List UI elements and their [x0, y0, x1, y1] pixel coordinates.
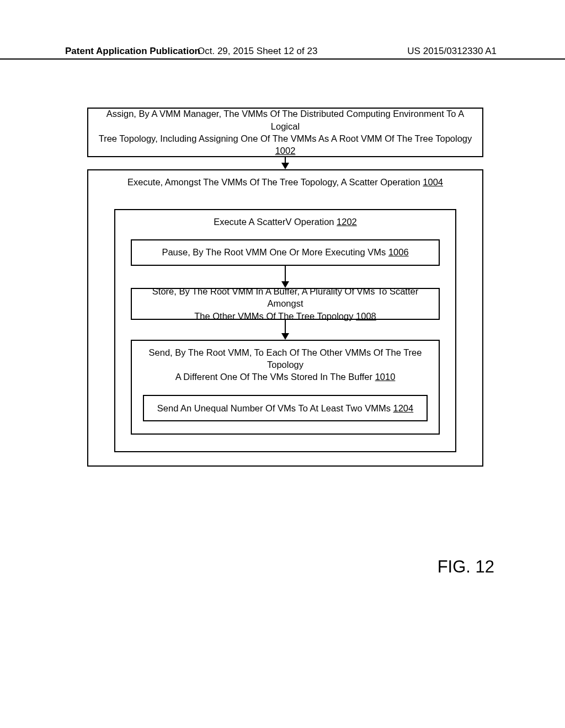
- figure-label: FIG. 12: [438, 557, 494, 577]
- header-date-sheet: Oct. 29, 2015 Sheet 12 of 23: [198, 46, 317, 57]
- flowchart-step-1204: Send An Unequal Number Of VMs To At Leas…: [143, 395, 428, 421]
- step-1202-ref: 1202: [337, 217, 357, 227]
- step-1002-line1: Assign, By A VMM Manager, The VMMs Of Th…: [106, 109, 464, 131]
- step-1202-text: Execute A ScatterV Operation: [214, 217, 337, 227]
- step-1004-text: Execute, Amongst The VMMs Of The Tree To…: [127, 177, 423, 187]
- page-header: Patent Application Publication Oct. 29, …: [0, 45, 565, 60]
- step-1010-line2: A Different One Of The VMs Stored In The…: [175, 372, 375, 382]
- step-1004-ref: 1004: [423, 177, 443, 187]
- step-1002-ref: 1002: [275, 146, 296, 156]
- step-1204-text: Send An Unequal Number Of VMs To At Leas…: [157, 403, 393, 413]
- arrow-icon: [281, 266, 289, 288]
- flowchart-step-1004: Execute, Amongst The VMMs Of The Tree To…: [87, 169, 483, 467]
- step-1006-text: Pause, By The Root VMM One Or More Execu…: [162, 247, 388, 257]
- arrow-icon: [281, 320, 289, 340]
- step-1204-ref: 1204: [393, 403, 413, 413]
- flowchart-diagram: Assign, By A VMM Manager, The VMMs Of Th…: [87, 108, 483, 467]
- flowchart-step-1010: Send, By The Root VMM, To Each Of The Ot…: [131, 340, 440, 435]
- header-publication-number: US 2015/0312330 A1: [407, 46, 497, 57]
- arrow-icon: [281, 157, 289, 169]
- flowchart-step-1006: Pause, By The Root VMM One Or More Execu…: [131, 239, 440, 266]
- step-1010-ref: 1010: [375, 372, 396, 382]
- flowchart-step-1008: Store, By The Root VMM In A Buffer, A Pl…: [131, 288, 440, 320]
- step-1010-line1: Send, By The Root VMM, To Each Of The Ot…: [149, 347, 422, 370]
- step-1008-line1: Store, By The Root VMM In A Buffer, A Pl…: [152, 286, 418, 308]
- step-1006-ref: 1006: [388, 247, 409, 257]
- header-publication-label: Patent Application Publication: [0, 46, 200, 57]
- flowchart-step-1002: Assign, By A VMM Manager, The VMMs Of Th…: [87, 108, 483, 157]
- flowchart-step-1202: Execute A ScatterV Operation 1202 Pause,…: [114, 209, 456, 452]
- step-1002-line2: Tree Topology, Including Assigning One O…: [99, 133, 472, 143]
